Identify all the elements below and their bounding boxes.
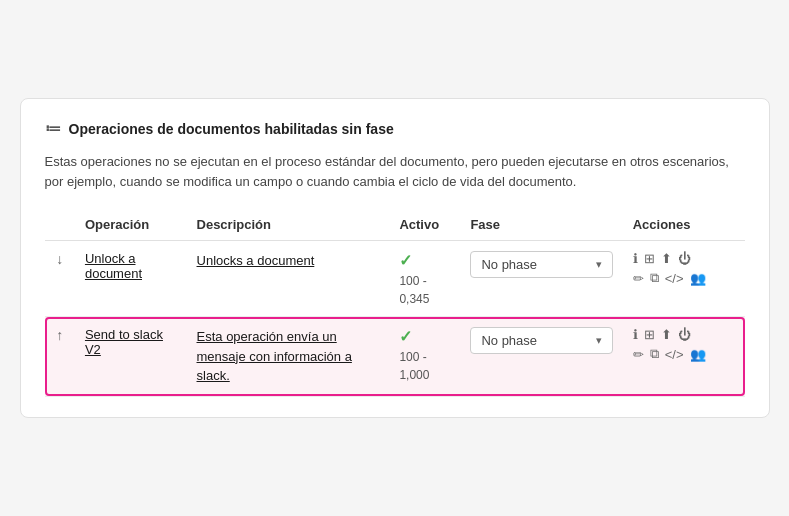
col-header-operation: Operación: [75, 209, 187, 241]
col-header-fase: Fase: [460, 209, 622, 241]
row2-range2: 1,000: [399, 368, 450, 382]
row1-range1: 100 -: [399, 274, 450, 288]
power-icon[interactable]: ⏻: [678, 251, 691, 266]
card-description: Estas operaciones no se ejecutan en el p…: [45, 152, 745, 191]
row1-fase: No phase ▾: [460, 241, 622, 317]
table-header-row: Operación Descripción Activo Fase Accion…: [45, 209, 745, 241]
code-icon[interactable]: </>: [665, 347, 684, 362]
row1-activo: ✓ 100 - 0,345: [389, 241, 460, 317]
upload-icon[interactable]: ⬆: [661, 251, 672, 266]
row1-phase-select[interactable]: No phase ▾: [470, 251, 612, 278]
row2-actions: ℹ ⊞ ⬆ ⏻ ✏ ⧉ </> 👥: [623, 317, 745, 397]
row2-phase-select[interactable]: No phase ▾: [470, 327, 612, 354]
row1-description: Unlocks a document: [187, 241, 390, 317]
row1-action-icons-top: ℹ ⊞ ⬆ ⏻: [633, 251, 735, 266]
operations-table: Operación Descripción Activo Fase Accion…: [45, 209, 745, 397]
code-icon[interactable]: </>: [665, 271, 684, 286]
card-title: Operaciones de documentos habilitadas si…: [69, 121, 394, 137]
row2-range1: 100 -: [399, 350, 450, 364]
col-header-arrow: [45, 209, 75, 241]
row2-actions-cell: ℹ ⊞ ⬆ ⏻ ✏ ⧉ </> 👥: [633, 327, 735, 362]
users-icon[interactable]: 👥: [690, 347, 706, 362]
row1-range2: 0,345: [399, 292, 450, 306]
row1-phase-label: No phase: [481, 257, 537, 272]
row2-operation-link[interactable]: Send to slack V2: [85, 327, 163, 357]
row1-check-icon: ✓: [399, 252, 412, 269]
row1-arrow: ↓: [45, 241, 75, 317]
table-row: ↓ Unlock a document Unlocks a document ✓…: [45, 241, 745, 317]
info-icon[interactable]: ℹ: [633, 251, 638, 266]
row2-fase: No phase ▾: [460, 317, 622, 397]
edit-icon[interactable]: ✏: [633, 271, 644, 286]
row1-description-link[interactable]: Unlocks a document: [197, 253, 315, 268]
col-header-acciones: Acciones: [623, 209, 745, 241]
col-header-activo: Activo: [389, 209, 460, 241]
row2-action-icons-bottom: ✏ ⧉ </> 👥: [633, 346, 735, 362]
row2-check-icon: ✓: [399, 328, 412, 345]
main-card: ≔ Operaciones de documentos habilitadas …: [20, 98, 770, 418]
row1-operation-link[interactable]: Unlock a document: [85, 251, 142, 281]
row2-operation: Send to slack V2: [75, 317, 187, 397]
chevron-down-icon: ▾: [596, 334, 602, 347]
row2-action-icons-top: ℹ ⊞ ⬆ ⏻: [633, 327, 735, 342]
card-header: ≔ Operaciones de documentos habilitadas …: [45, 119, 745, 138]
row1-actions: ℹ ⊞ ⬆ ⏻ ✏ ⧉ </> 👥: [623, 241, 745, 317]
row1-action-icons-bottom: ✏ ⧉ </> 👥: [633, 270, 735, 286]
row2-description-link[interactable]: Esta operación envía un mensaje con info…: [197, 329, 352, 383]
chevron-down-icon: ▾: [596, 258, 602, 271]
copy-icon[interactable]: ⧉: [650, 346, 659, 362]
row2-phase-label: No phase: [481, 333, 537, 348]
list-icon: ≔: [45, 119, 61, 138]
power-icon[interactable]: ⏻: [678, 327, 691, 342]
row1-actions-cell: ℹ ⊞ ⬆ ⏻ ✏ ⧉ </> 👥: [633, 251, 735, 286]
col-header-description: Descripción: [187, 209, 390, 241]
row1-operation: Unlock a document: [75, 241, 187, 317]
users-icon[interactable]: 👥: [690, 271, 706, 286]
copy-icon[interactable]: ⧉: [650, 270, 659, 286]
row2-activo: ✓ 100 - 1,000: [389, 317, 460, 397]
row2-arrow: ↑: [45, 317, 75, 397]
grid-icon[interactable]: ⊞: [644, 327, 655, 342]
info-icon[interactable]: ℹ: [633, 327, 638, 342]
row2-description: Esta operación envía un mensaje con info…: [187, 317, 390, 397]
upload-icon[interactable]: ⬆: [661, 327, 672, 342]
edit-icon[interactable]: ✏: [633, 347, 644, 362]
table-row: ↑ Send to slack V2 Esta operación envía …: [45, 317, 745, 397]
grid-icon[interactable]: ⊞: [644, 251, 655, 266]
